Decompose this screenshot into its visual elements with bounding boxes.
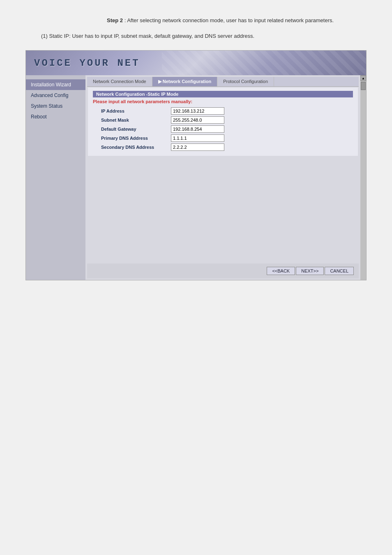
instruction-main: Step 2 : After selecting network connect… <box>25 16 367 25</box>
step-network-connection-mode[interactable]: Network Connection Mode <box>87 77 152 86</box>
form-row-ip: IP Address <box>93 107 353 115</box>
instruction-main-text: : After selecting network connection mod… <box>125 17 334 23</box>
step-network-configuration[interactable]: Network Configuration <box>152 77 218 86</box>
sidebar-item-reboot[interactable]: Reboot <box>26 111 85 122</box>
input-secondary-dns[interactable] <box>171 143 224 151</box>
instruction-sub: (1) Static IP: User has to input IP, sub… <box>25 32 367 41</box>
step-protocol-configuration[interactable]: Protocol Configuration <box>217 77 274 86</box>
input-subnet-mask[interactable] <box>171 116 224 124</box>
bottom-nav: <<BACK NEXT>> CANCEL <box>87 264 359 278</box>
step-nav: Network Connection Mode Network Configur… <box>87 77 359 87</box>
label-ip-address: IP Address <box>101 109 171 113</box>
form-area: Network Configuration -Static IP Mode Pl… <box>88 88 358 156</box>
sidebar-item-system-status[interactable]: System Status <box>26 101 85 111</box>
form-row-gateway: Default Gateway <box>93 125 353 133</box>
content-panel: Network Connection Mode Network Configur… <box>85 75 360 280</box>
label-secondary-dns: Secondary DNS Address <box>101 145 171 150</box>
label-subnet-mask: Subnet Mask <box>101 118 171 123</box>
label-default-gateway: Default Gateway <box>101 127 171 132</box>
label-primary-dns: Primary DNS Address <box>101 136 171 141</box>
scrollbar: ▲ <box>360 75 366 280</box>
sidebar-item-installation-wizard[interactable]: Installation Wizard <box>26 79 85 90</box>
input-ip-address[interactable] <box>171 107 224 115</box>
scrollbar-thumb[interactable] <box>361 82 366 90</box>
sidebar-item-advanced-config[interactable]: Advanced Config <box>26 90 85 101</box>
form-instruction: Please input all network parameters manu… <box>93 99 353 104</box>
step-label: Step 2 <box>107 17 123 23</box>
banner-title: VOICE YOUR NET <box>34 58 140 69</box>
banner: VOICE YOUR NET <box>26 51 366 75</box>
back-button[interactable]: <<BACK <box>267 267 295 275</box>
input-primary-dns[interactable] <box>171 134 224 142</box>
browser-frame: VOICE YOUR NET Installation Wizard Advan… <box>25 50 367 280</box>
form-mode-label: Network Configuration -Static IP Mode <box>93 91 353 97</box>
form-row-primary-dns: Primary DNS Address <box>93 134 353 142</box>
form-row-secondary-dns: Secondary DNS Address <box>93 143 353 151</box>
input-default-gateway[interactable] <box>171 125 224 133</box>
content-spacer <box>87 157 359 264</box>
form-row-subnet: Subnet Mask <box>93 116 353 124</box>
sidebar: Installation Wizard Advanced Config Syst… <box>26 75 85 280</box>
next-button[interactable]: NEXT>> <box>296 267 324 275</box>
cancel-button[interactable]: CANCEL <box>325 267 354 275</box>
scrollbar-up-arrow[interactable]: ▲ <box>360 75 366 81</box>
